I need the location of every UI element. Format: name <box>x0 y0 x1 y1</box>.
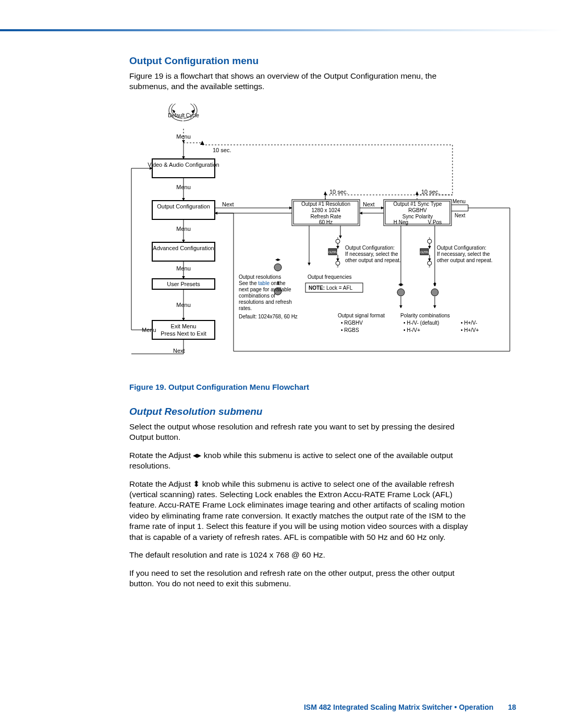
menu-label: Menu <box>176 133 191 140</box>
output-config-note-title: Output Configuration: <box>345 245 395 251</box>
subsection-heading: Output Resolution submenu <box>129 406 473 417</box>
svg-text:Output frequencies: Output frequencies <box>308 274 352 280</box>
svg-text:Press Next to Exit: Press Next to Exit <box>161 330 206 337</box>
polarity-combinations-note: Polarity combinations • H-/V- (default) … <box>400 313 479 333</box>
svg-text:Polarity combinations: Polarity combinations <box>400 313 450 318</box>
svg-text:• H+/V+: • H+/V+ <box>461 327 479 333</box>
video-audio-config-box: Video & Audio Configuration <box>148 159 219 178</box>
adjust-lr-knob-icon: ◂▸ <box>274 256 282 271</box>
svg-marker-3 <box>200 141 204 145</box>
svg-text:60 Hz: 60 Hz <box>319 219 333 225</box>
figure-flowchart: Default Cycle Menu 10 sec. 10 sec. 10 se… <box>129 104 515 375</box>
output-selector-icon: 1 OUTPUTS 2 <box>328 237 341 268</box>
svg-text:Refresh Rate: Refresh Rate <box>311 214 341 219</box>
svg-marker-7 <box>415 191 419 195</box>
svg-text:◂▸: ◂▸ <box>275 256 280 262</box>
output-signal-format-note: Output signal format • RGBHV • RGBS <box>338 313 385 333</box>
output-1-sync-box: Output #1 Sync Type RGBHV Sync Polarity … <box>384 200 451 226</box>
svg-marker-5 <box>324 191 327 195</box>
footer-page-number: 18 <box>508 703 516 711</box>
ten-sec-label-2: 10 sec. <box>329 189 348 195</box>
svg-text:• H-/V- (default): • H-/V- (default) <box>403 320 439 326</box>
svg-text:Output #1 Sync Type: Output #1 Sync Type <box>393 201 442 207</box>
advanced-config-box: Advanced Configuration <box>152 242 215 261</box>
svg-text:1280 x 1024: 1280 x 1024 <box>311 207 340 213</box>
output-config-note-body-1: If necessary, select the <box>345 251 398 257</box>
svg-text:NOTE:  Lock = AFL: NOTE: Lock = AFL <box>309 285 353 291</box>
next-label-sync: Next <box>455 213 466 218</box>
svg-text:If necessary, select the: If necessary, select the <box>437 251 490 257</box>
svg-text:combinations of: combinations of <box>239 293 275 299</box>
svg-text:• H+/V-: • H+/V- <box>461 320 478 326</box>
svg-text:User  Presets: User Presets <box>167 281 200 287</box>
svg-point-47 <box>274 264 282 271</box>
page-footer: ISM 482 Integrated Scaling Matrix Switch… <box>304 703 516 711</box>
svg-text:OUTPUTS: OUTPUTS <box>420 251 433 254</box>
intro-paragraph: Figure 19 is a flowchart that shows an o… <box>129 71 473 92</box>
svg-text:Sync Polarity: Sync Polarity <box>402 214 433 219</box>
svg-text:resolutions and refresh: resolutions and refresh <box>239 299 292 305</box>
svg-text:⬍: ⬍ <box>433 281 437 287</box>
svg-text:Video & Audio Configuration: Video & Audio Configuration <box>148 162 219 168</box>
svg-text:H Neg: H Neg <box>394 219 408 225</box>
document-page: Output Configuration menu Figure 19 is a… <box>0 0 563 728</box>
output-config-note-body-2: other output and repeat. <box>345 257 401 263</box>
output-1-resolution-box: Output #1 Resolution 1280 x 1024 Refresh… <box>292 200 360 226</box>
default-cycle-node: Default Cycle <box>168 104 199 121</box>
exit-menu-box: Exit Menu Press Next to Exit <box>152 320 215 339</box>
user-presets-box: User Presets <box>152 279 215 289</box>
menu-label-sync: Menu <box>452 199 466 204</box>
lr-arrows-icon: ◂▸ <box>193 451 201 460</box>
adjust-lr-knob-icon-2: ◂▸ <box>397 281 405 296</box>
sub-paragraph-2: Rotate the Adjust ◂▸ knob while this sub… <box>129 450 473 472</box>
sub-paragraph-5: If you need to set the resolution and re… <box>129 568 473 589</box>
menu-label-2: Menu <box>176 184 191 190</box>
svg-point-62 <box>427 239 432 243</box>
ten-sec-label-3: 10 sec. <box>421 189 439 195</box>
menu-label-5: Menu <box>176 302 191 308</box>
output-config-box: Output Configuration <box>152 201 215 219</box>
svg-text:• RGBS: • RGBS <box>341 327 359 333</box>
svg-point-52 <box>336 239 340 243</box>
svg-point-72 <box>397 289 405 296</box>
svg-text:Output Configuration: Output Configuration <box>157 203 210 209</box>
menu-label-3: Menu <box>176 226 191 232</box>
footer-title: ISM 482 Integrated Scaling Matrix Switch… <box>304 703 494 711</box>
output-resolutions-note: Output resolutions See the table on the … <box>239 274 298 319</box>
svg-text:rates.: rates. <box>239 305 252 311</box>
svg-point-74 <box>431 289 438 296</box>
svg-text:• RGBHV: • RGBHV <box>341 320 363 326</box>
header-gradient-bar <box>0 29 563 31</box>
svg-text:next page for available: next page for available <box>239 287 291 292</box>
svg-text:OUTPUTS: OUTPUTS <box>328 251 341 254</box>
svg-text:Exit Menu: Exit Menu <box>171 323 197 329</box>
svg-text:• H-/V+: • H-/V+ <box>403 327 420 333</box>
svg-text:other output and repeat.: other output and repeat. <box>437 257 493 263</box>
next-label-1: Next <box>222 201 234 207</box>
svg-text:Advanced Configuration: Advanced Configuration <box>153 245 214 251</box>
output-config-note-title-2: Output Configuration: <box>437 245 486 251</box>
svg-text:Output #1 Resolution: Output #1 Resolution <box>301 201 350 207</box>
ten-sec-label: 10 sec. <box>213 147 231 153</box>
next-label-2: Next <box>363 201 375 207</box>
sub-paragraph-3: Rotate the Adjust ⬍ knob while this subm… <box>129 479 473 543</box>
default-cycle-label: Default Cycle <box>168 113 199 118</box>
svg-text:◂▸: ◂▸ <box>398 281 403 287</box>
sub-paragraph-1: Select the output whose resolution and r… <box>129 422 473 443</box>
svg-text:Output signal format: Output signal format <box>338 313 385 318</box>
svg-text:Output resolutions: Output resolutions <box>239 274 281 280</box>
menu-label-4: Menu <box>176 265 191 272</box>
output-frequencies-note: Output frequencies NOTE: Lock = AFL <box>305 274 363 292</box>
svg-text:Default: 1024x768, 60 Hz: Default: 1024x768, 60 Hz <box>239 314 298 319</box>
next-label-exit: Next <box>173 348 185 354</box>
ud-arrows-icon: ⬍ <box>193 479 200 488</box>
section-heading: Output Configuration menu <box>129 55 473 67</box>
figure-caption: Figure 19. Output Configuration Menu Flo… <box>129 382 473 392</box>
sub-paragraph-4: The default resolution and rate is 1024 … <box>129 550 473 560</box>
svg-text:RGBHV: RGBHV <box>408 207 427 213</box>
adjust-ud-knob-icon-2: ⬍ <box>431 281 438 296</box>
output-selector-icon-2: 1 OUTPUTS 2 <box>420 237 433 268</box>
svg-text:V Pos: V Pos <box>428 219 442 225</box>
svg-text:See the table on the: See the table on the <box>239 280 286 286</box>
main-content: Output Configuration menu Figure 19 is a… <box>129 55 473 597</box>
